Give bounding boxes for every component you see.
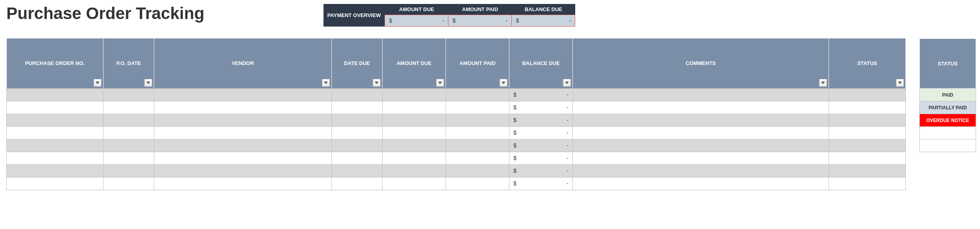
table-cell[interactable] [103,152,154,164]
overview-header-amount-due: AMOUNT DUE [385,4,448,15]
table-cell[interactable] [7,88,103,101]
table-cell[interactable] [332,164,383,177]
table-cell[interactable] [154,139,332,152]
table-cell[interactable] [7,101,103,114]
table-cell[interactable]: $- [509,164,573,177]
payment-overview-table: PAYMENT OVERVIEW AMOUNT DUE AMOUNT PAID … [323,4,576,27]
table-cell[interactable]: $- [509,139,573,152]
table-cell[interactable] [332,88,383,101]
status-legend-table: STATUS PAIDPARTIALLY PAIDOVERDUE NOTICE [919,38,976,152]
table-cell[interactable] [7,152,103,164]
filter-dropdown-button[interactable] [563,79,571,87]
table-cell[interactable] [103,177,154,190]
table-cell[interactable] [7,139,103,152]
table-cell[interactable] [7,126,103,139]
table-cell[interactable] [573,101,829,114]
table-cell[interactable] [332,114,383,126]
table-cell[interactable] [446,177,509,190]
filter-dropdown-button[interactable] [94,79,101,87]
table-cell[interactable] [383,88,446,101]
table-cell[interactable] [103,101,154,114]
table-cell[interactable] [332,177,383,190]
filter-dropdown-button[interactable] [373,79,381,87]
table-cell[interactable] [7,177,103,190]
table-cell[interactable] [383,177,446,190]
column-header: BALANCE DUE [509,38,573,88]
table-row: $- [7,177,906,190]
table-cell[interactable] [7,164,103,177]
table-cell[interactable] [332,101,383,114]
currency-amount: - [506,17,508,24]
table-cell[interactable] [332,139,383,152]
table-cell[interactable] [573,114,829,126]
table-cell[interactable] [573,88,829,101]
table-cell[interactable] [829,177,906,190]
table-cell[interactable] [103,114,154,126]
filter-dropdown-button[interactable] [436,79,444,87]
table-cell[interactable] [573,126,829,139]
table-cell[interactable]: $- [509,101,573,114]
table-cell[interactable] [383,152,446,164]
table-cell[interactable] [103,139,154,152]
table-cell[interactable] [573,139,829,152]
table-cell[interactable] [154,152,332,164]
table-cell[interactable] [829,152,906,164]
table-cell[interactable] [383,139,446,152]
table-cell[interactable] [7,114,103,126]
table-cell[interactable] [383,126,446,139]
table-cell[interactable] [446,88,509,101]
table-cell[interactable] [446,101,509,114]
filter-dropdown-button[interactable] [896,79,904,87]
currency-amount: - [567,117,568,123]
table-cell[interactable] [154,88,332,101]
column-header-label: DATE DUE [344,60,370,66]
table-cell[interactable]: $- [509,177,573,190]
filter-dropdown-button[interactable] [500,79,507,87]
filter-dropdown-button[interactable] [144,79,152,87]
table-cell[interactable]: $- [509,152,573,164]
table-cell[interactable]: $- [509,126,573,139]
table-cell[interactable] [154,177,332,190]
svg-marker-0 [96,82,100,84]
filter-dropdown-button[interactable] [322,79,330,87]
currency-amount: - [567,168,568,174]
table-cell[interactable] [573,177,829,190]
table-cell[interactable] [154,126,332,139]
table-cell[interactable] [383,114,446,126]
table-cell[interactable] [154,164,332,177]
table-cell[interactable] [103,126,154,139]
table-cell[interactable] [573,164,829,177]
table-cell[interactable] [332,126,383,139]
table-cell[interactable] [829,114,906,126]
column-header-label: COMMENTS [686,60,716,66]
table-cell[interactable] [446,114,509,126]
table-cell[interactable] [446,126,509,139]
po-tracking-table: PURCHASE ORDER NO.P.O. DATEVENDORDATE DU… [6,38,906,190]
table-cell[interactable] [446,139,509,152]
table-cell[interactable] [383,101,446,114]
table-cell[interactable]: $- [509,114,573,126]
overview-value-balance-due: $ - [512,15,575,27]
table-cell[interactable] [154,114,332,126]
table-cell[interactable] [103,88,154,101]
currency-amount: - [567,104,568,111]
legend-item [920,127,976,139]
column-header: PURCHASE ORDER NO. [7,38,103,88]
table-cell[interactable] [383,164,446,177]
table-cell[interactable] [829,139,906,152]
column-header: AMOUNT DUE [383,38,446,88]
table-cell[interactable] [332,152,383,164]
table-cell[interactable] [573,152,829,164]
filter-dropdown-button[interactable] [819,79,827,87]
table-cell[interactable] [154,101,332,114]
table-cell[interactable] [446,152,509,164]
column-header-label: P.O. DATE [116,60,141,66]
table-cell[interactable] [829,164,906,177]
table-cell[interactable] [829,88,906,101]
table-cell[interactable] [103,164,154,177]
table-cell[interactable] [829,126,906,139]
legend-item: PARTIALLY PAID [920,101,976,114]
table-cell[interactable]: $- [509,88,573,101]
table-cell[interactable] [829,101,906,114]
table-cell[interactable] [446,164,509,177]
